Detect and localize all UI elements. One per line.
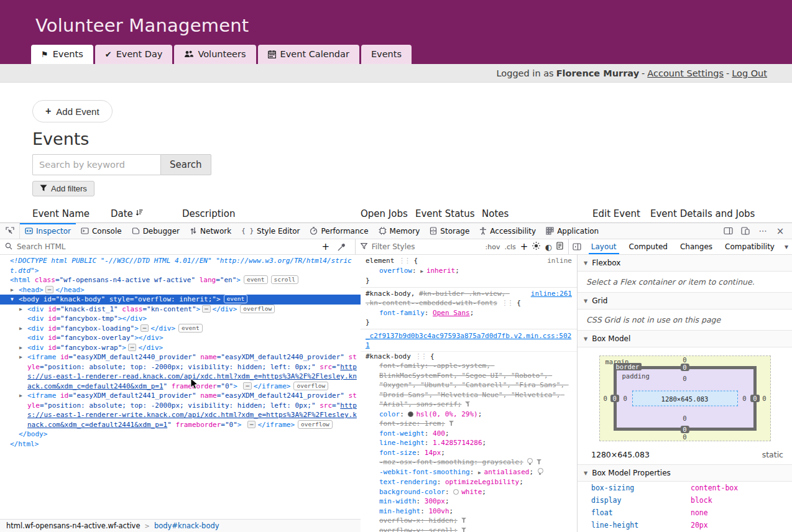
markup-line-fancybox-loading[interactable]: ▶<div id="fancybox-loading">⋯</div>event — [0, 324, 361, 334]
markup-line-body-close[interactable]: </body> — [0, 429, 361, 439]
collapsed-ellipsis[interactable]: ⋯ — [128, 344, 136, 351]
light-theme-icon[interactable] — [532, 242, 540, 252]
filter-styles-input[interactable]: Filter Styles — [372, 242, 415, 251]
column-header-event-name[interactable]: Event Name — [32, 208, 111, 219]
content-box[interactable]: 1280×645.083 — [632, 391, 738, 406]
css-declaration[interactable]: min-width: 300px; — [361, 497, 577, 507]
padding-right-value[interactable]: 0 — [742, 395, 746, 402]
add-filters-button[interactable]: Add filters — [32, 181, 94, 196]
css-declaration-overridden[interactable]: font-family: -apple-system, BlinkMacSyst… — [361, 361, 577, 410]
expand-twisty[interactable]: ▶ — [11, 285, 19, 295]
css-declaration[interactable]: overflow: ▶ inherit; — [361, 266, 577, 277]
css-declaration[interactable]: font-family: Open Sans; — [361, 308, 577, 318]
collapsed-ellipsis[interactable]: ⋯ — [140, 324, 149, 332]
node-badge[interactable]: event — [244, 275, 268, 284]
column-header-edit-event[interactable]: Edit Event — [592, 208, 650, 219]
css-declaration-overridden[interactable]: font-size: 1rem; — [361, 419, 577, 429]
app-tab-events[interactable]: ⚑ Events — [31, 45, 93, 64]
margin-box[interactable]: margin border padding 1280×645.083 0 0 0… — [599, 355, 771, 441]
rule-selector[interactable]: #knack-body, #kn-builder .kn-view, .kn-c… — [366, 289, 526, 308]
app-tab-event-calendar[interactable]: Event Calendar — [258, 45, 359, 64]
close-devtools-button[interactable]: × — [772, 224, 788, 239]
expand-twisty[interactable]: ▼ — [11, 295, 19, 305]
margin-left-value[interactable]: 0 — [604, 395, 607, 402]
markup-line-body-selected[interactable]: ▼<body id="knack-body" style="overflow: … — [0, 295, 361, 305]
devtools-tab-memory[interactable]: Memory — [374, 223, 425, 239]
margin-top-value[interactable]: 0 — [683, 356, 686, 364]
split-console-button[interactable] — [720, 224, 736, 239]
column-header-date[interactable]: Date — [111, 208, 182, 219]
breadcrumb-body[interactable]: body#knack-body — [154, 521, 219, 530]
expand-twisty[interactable]: ▶ — [19, 343, 27, 353]
responsive-mode-button[interactable] — [737, 224, 753, 239]
rule-selector[interactable]: #knack-body ⋮⋮ { — [366, 352, 572, 362]
log-out-link[interactable]: Log Out — [732, 68, 767, 78]
markup-line-html-close[interactable]: </html> — [0, 439, 361, 449]
expand-twisty[interactable]: ▶ — [19, 391, 27, 401]
sidebar-tab-compatibility[interactable]: Compatibility — [719, 239, 781, 254]
column-header-open-jobs[interactable]: Open Jobs — [361, 208, 415, 219]
search-button[interactable]: Search — [160, 154, 211, 175]
border-right-value[interactable]: 0 — [750, 395, 759, 402]
toggle-cls-button[interactable]: .cls — [505, 243, 516, 251]
markup-line-iframe-2440[interactable]: ▶<iframe id="easyXDM_default2440_provide… — [0, 352, 361, 391]
flexbox-section-header[interactable]: ▼ Flexbox — [578, 255, 792, 272]
app-tab-events-2[interactable]: Events — [361, 45, 412, 64]
css-declaration-overridden[interactable]: -moz-osx-font-smoothing: grayscale; — [361, 457, 577, 467]
devtools-tab-storage[interactable]: Storage — [425, 223, 474, 239]
devtools-tab-accessibility[interactable]: Accessibility — [474, 223, 541, 239]
margin-right-value[interactable]: 0 — [762, 395, 766, 402]
devtools-tab-application[interactable]: Application — [541, 223, 604, 239]
sidebar-tab-changes[interactable]: Changes — [674, 239, 719, 254]
markup-line-fancybox-wrap[interactable]: ▶<div id="fancybox-wrap">⋯</div> — [0, 343, 361, 353]
css-declaration[interactable]: min-height: 100vh; — [361, 507, 577, 516]
collapsed-ellipsis[interactable]: ⋯ — [202, 305, 210, 313]
dark-theme-icon[interactable]: ◐ — [545, 242, 551, 252]
node-badge[interactable]: overflow — [293, 382, 328, 390]
app-tab-event-day[interactable]: ✔ Event Day — [95, 45, 173, 64]
markup-line-html[interactable]: <html class="wf-opensans-n4-active wf-ac… — [0, 275, 361, 285]
padding-left-value[interactable]: 0 — [624, 395, 627, 402]
markup-line-doctype[interactable]: <!DOCTYPE html PUBLIC "-//W3C//DTD HTML … — [0, 256, 361, 275]
devtools-tab-style-editor[interactable]: { } Style Editor — [236, 223, 305, 239]
css-declaration[interactable]: text-rendering: optimizeLegibility; — [361, 477, 577, 487]
expand-twisty[interactable]: ▶ — [478, 470, 484, 475]
breadcrumb-html[interactable]: html.wf-opensans-n4-active.wf-active — [6, 521, 140, 530]
devtools-tab-console[interactable]: Console — [76, 223, 127, 239]
padding-bottom-value[interactable]: 0 — [683, 415, 686, 422]
css-declaration[interactable]: color: hsl(0, 0%, 29%); — [361, 410, 577, 420]
node-badge[interactable]: event — [178, 324, 203, 332]
sidebar-tab-computed[interactable]: Computed — [623, 239, 674, 254]
css-declaration[interactable]: font-weight: 400; — [361, 429, 577, 439]
column-header-notes[interactable]: Notes — [482, 208, 592, 219]
box-model-section-header[interactable]: ▼ Box Model — [578, 331, 792, 347]
search-input[interactable] — [32, 154, 160, 175]
chevron-down-icon[interactable]: ▾ — [781, 239, 792, 254]
css-declaration-overridden[interactable]: overflow-x: hidden; — [361, 516, 577, 526]
markup-line-iframe-2441[interactable]: ▶<iframe id="easyXDM_default2441_provide… — [0, 391, 361, 429]
markup-line-knack-dist[interactable]: ▶<div id="knack-dist_1" class="kn-conten… — [0, 305, 361, 314]
grid-section-header[interactable]: ▼ Grid — [578, 293, 792, 310]
css-declaration[interactable]: line-height: 1.4285714286; — [361, 438, 577, 448]
node-badge[interactable]: scroll — [271, 275, 298, 284]
css-declaration[interactable]: -webkit-font-smoothing: ▶ antialiased; — [361, 467, 577, 478]
expand-twisty[interactable]: ▶ — [19, 305, 27, 314]
column-header-event-details[interactable]: Event Details and Jobs — [650, 208, 792, 219]
search-html-input[interactable]: Search HTML — [17, 242, 65, 251]
expand-twisty[interactable]: ▶ — [420, 268, 426, 274]
devtools-tab-debugger[interactable]: Debugger — [127, 223, 185, 239]
markup-line-head[interactable]: ▶<head>⋯</head> — [0, 285, 361, 295]
pick-element-button[interactable] — [0, 223, 20, 239]
rule-source-link[interactable]: inline:261 — [531, 290, 572, 298]
sidebar-toggle-icon[interactable] — [569, 239, 585, 254]
border-top-value[interactable]: 0 — [680, 364, 689, 371]
margin-bottom-value[interactable]: 0 — [683, 433, 686, 441]
css-declaration[interactable]: font-size: 14px; — [361, 448, 577, 458]
devtools-tab-inspector[interactable]: Inspector — [20, 223, 76, 239]
border-left-value[interactable]: 0 — [610, 395, 619, 402]
app-tab-volunteers[interactable]: Volunteers — [174, 45, 256, 64]
node-badge[interactable]: overflow — [240, 305, 275, 313]
devtools-tab-performance[interactable]: Performance — [305, 223, 373, 239]
stylesheet-link[interactable]: _c2f9137b9d0b3c4ac97593a875a7d0d7fb.v2.m… — [366, 332, 571, 350]
rule-selector[interactable]: element ⋮⋮ { — [366, 256, 542, 266]
